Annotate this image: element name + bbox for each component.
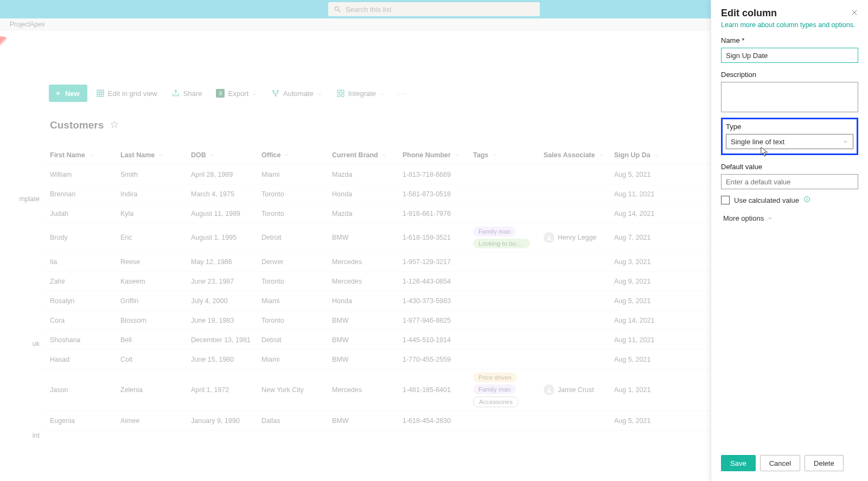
more-options-toggle[interactable]: More options (721, 214, 858, 222)
share-icon (171, 89, 180, 98)
svg-rect-13 (341, 90, 344, 93)
cancel-button[interactable]: Cancel (760, 455, 800, 471)
export-button[interactable]: X Export (210, 85, 263, 102)
favorite-star-icon[interactable] (110, 120, 118, 131)
cell: July 4, 2000 (191, 297, 261, 305)
leftnav-uk: uk (0, 340, 41, 348)
column-header-label: Tags (473, 151, 488, 159)
cell: Zahir (50, 278, 120, 285)
column-header[interactable]: Sales Associate (544, 151, 614, 159)
cell: Colt (120, 356, 191, 363)
cell: Eric (120, 234, 191, 241)
learn-more-link[interactable]: Learn more about column types and option… (721, 21, 858, 29)
cell: 1-770-455-2559 (403, 356, 473, 363)
svg-rect-12 (337, 90, 340, 93)
svg-rect-4 (97, 90, 104, 97)
cell: Brody (50, 234, 120, 241)
chevron-down-icon (767, 215, 773, 221)
page-title: Customers (50, 119, 104, 131)
cell: Hasad (50, 356, 120, 363)
share-button[interactable]: Share (166, 85, 208, 102)
column-header-label: First Name (50, 151, 85, 159)
column-header[interactable]: Current Brand (332, 151, 403, 159)
column-header-label: DOB (191, 151, 206, 159)
type-highlight-box: Type Single line of text (721, 118, 858, 155)
description-field[interactable] (721, 82, 858, 112)
new-button[interactable]: New (49, 85, 87, 102)
sales-associate-cell: Henry Legge (544, 232, 614, 243)
type-select-value: Single line of text (731, 138, 784, 146)
automate-button[interactable]: Automate (266, 85, 328, 102)
name-field[interactable] (721, 48, 858, 63)
cell: 1-977-946-8825 (403, 317, 473, 324)
cell: Detroit (261, 336, 332, 344)
chevron-down-icon (379, 91, 385, 96)
cell: BMW (332, 234, 403, 241)
tag-pill: Accessories (473, 396, 519, 407)
breadcrumb-site[interactable]: ProjectApex (10, 21, 45, 28)
more-options-label: More options (723, 214, 764, 222)
delete-button[interactable]: Delete (805, 455, 844, 471)
search-box[interactable] (328, 2, 540, 16)
new-label: New (65, 89, 80, 98)
integrate-button[interactable]: Integrate (331, 85, 390, 102)
associate-name: Henry Legge (558, 234, 597, 241)
panel-footer: Save Cancel Delete (721, 450, 858, 473)
column-header[interactable]: First Name (50, 151, 120, 159)
cell: BMW (332, 336, 403, 344)
cell: Detroit (261, 234, 332, 241)
signup-cell: Aug 11, 2021 (614, 190, 679, 198)
edit-column-panel: Edit column Learn more about column type… (711, 0, 868, 481)
search-input[interactable] (346, 5, 534, 14)
integrate-label: Integrate (348, 89, 376, 98)
column-header[interactable]: DOB (191, 151, 261, 159)
chevron-down-icon (252, 91, 257, 96)
svg-line-1 (339, 10, 341, 12)
chevron-down-icon (317, 91, 322, 96)
default-value-label: Default value (721, 163, 858, 171)
cell: August 11, 1989 (191, 210, 261, 217)
cell: 1-430-373-5983 (403, 297, 473, 305)
signup-cell: Aug 5, 2021 (614, 356, 679, 363)
column-header[interactable]: Office (261, 151, 332, 159)
chevron-down-icon (654, 152, 659, 158)
info-icon[interactable] (803, 196, 810, 204)
cell: Cora (50, 317, 120, 324)
cell: Rosalyn (50, 297, 120, 305)
default-value-field[interactable] (721, 174, 858, 189)
close-icon[interactable] (851, 9, 858, 18)
column-header[interactable]: Sign Up Da (614, 151, 679, 159)
type-field-label: Type (726, 123, 853, 131)
chevron-down-icon (158, 152, 163, 158)
cell: 1-618-159-3521 (403, 234, 473, 241)
column-header[interactable]: Phone Number (403, 151, 473, 159)
cell: Aimee (120, 417, 191, 425)
signup-cell: Aug 14, 2021 (614, 317, 679, 324)
more-commands[interactable]: ··· (393, 89, 411, 98)
svg-point-23 (807, 198, 807, 198)
cell: Toronto (261, 278, 332, 285)
save-button[interactable]: Save (721, 455, 756, 471)
signup-cell: Aug 1, 2021 (614, 386, 679, 394)
column-header[interactable]: Tags (473, 151, 544, 159)
cell: Ila (50, 258, 120, 266)
list-title-row: Customers (50, 119, 118, 131)
cell: Kaseem (120, 278, 191, 285)
calculated-checkbox[interactable] (721, 196, 730, 204)
cell: Reese (120, 258, 191, 266)
cell: Indira (120, 190, 191, 198)
cell: April 1, 1972 (191, 386, 261, 394)
svg-point-17 (548, 235, 550, 238)
chevron-down-icon (598, 152, 604, 158)
associate-name: Jamie Crust (558, 386, 594, 394)
type-select[interactable]: Single line of text (726, 134, 853, 149)
column-header[interactable]: Last Name (120, 151, 191, 159)
site-logo (0, 36, 9, 48)
grid-icon (96, 89, 105, 98)
cell: Miami (261, 297, 332, 305)
edit-grid-button[interactable]: Edit in grid view (91, 85, 163, 102)
automate-label: Automate (283, 89, 314, 98)
mouse-cursor-icon (760, 146, 769, 157)
column-header-label: Last Name (120, 151, 155, 159)
cell: 1-481-185-6401 (403, 386, 473, 394)
